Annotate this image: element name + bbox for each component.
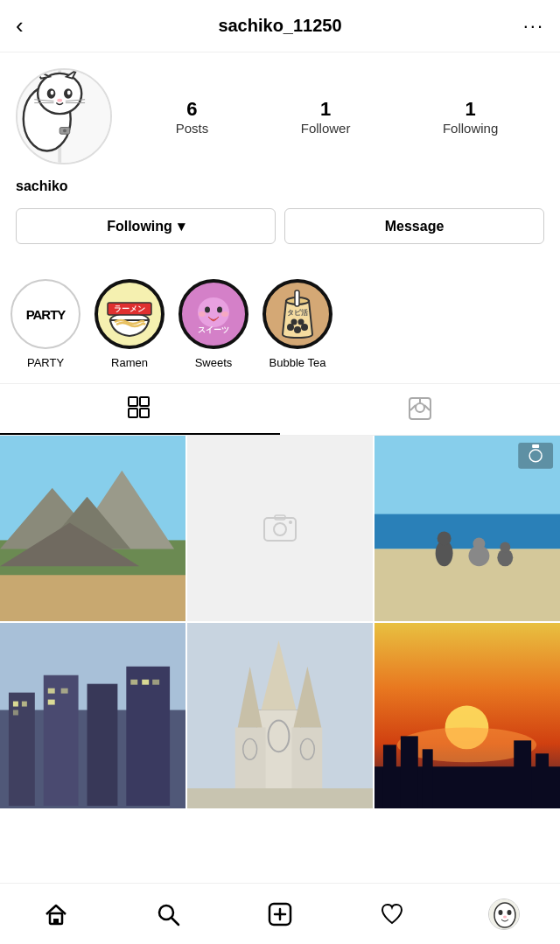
avatar[interactable] — [16, 68, 112, 164]
svg-rect-76 — [13, 710, 18, 716]
action-buttons: Following ▾ Message — [16, 208, 544, 244]
grid-cell-2[interactable] — [187, 436, 373, 621]
svg-point-33 — [294, 326, 301, 333]
photo-placeholder — [187, 436, 373, 621]
grid-cell-5[interactable] — [187, 623, 373, 808]
svg-text:スイーツ: スイーツ — [198, 325, 229, 334]
back-button[interactable]: ‹ — [16, 12, 44, 39]
svg-point-3 — [38, 73, 81, 114]
profile-top: 6 Posts 1 Follower 1 Following — [16, 68, 544, 164]
grid-cell-3[interactable] — [374, 436, 560, 621]
svg-rect-77 — [48, 689, 55, 694]
svg-point-10 — [57, 99, 62, 102]
tagged-icon — [408, 396, 432, 421]
highlight-party[interactable]: PARTY PARTY — [10, 279, 80, 369]
stats-row: 6 Posts 1 Follower 1 Following — [130, 98, 544, 136]
bottom-nav — [0, 883, 560, 944]
svg-point-16 — [63, 129, 66, 132]
svg-point-35 — [291, 319, 298, 325]
nav-profile-avatar — [488, 899, 520, 930]
highlight-label-bubble: Bubble Tea — [270, 356, 326, 369]
svg-point-55 — [289, 521, 292, 524]
svg-rect-103 — [536, 753, 549, 808]
camera-placeholder-icon — [262, 511, 298, 546]
highlight-text-party: PARTY — [26, 307, 66, 322]
svg-point-115 — [503, 915, 507, 918]
svg-rect-74 — [13, 702, 18, 707]
svg-point-62 — [472, 537, 485, 549]
svg-rect-101 — [423, 749, 433, 808]
posts-label: Posts — [176, 121, 209, 136]
nav-profile[interactable] — [482, 892, 526, 936]
svg-rect-73 — [126, 667, 170, 806]
highlight-label-ramen: Ramen — [111, 356, 148, 369]
following-count: 1 — [465, 98, 475, 121]
svg-rect-94 — [187, 788, 373, 808]
avatar-image — [18, 70, 110, 163]
nav-heart[interactable] — [370, 892, 414, 936]
svg-rect-58 — [374, 549, 560, 621]
mountain-image — [0, 436, 186, 621]
tabs-section — [0, 384, 560, 436]
grid-cell-4[interactable] — [0, 623, 186, 808]
svg-point-24 — [205, 307, 210, 313]
svg-rect-70 — [9, 693, 35, 806]
highlight-bubble-tea[interactable]: タピ活 Bubble Tea — [262, 279, 332, 369]
profile-username: sachiko_11250 — [44, 16, 516, 36]
posts-count: 6 — [186, 98, 197, 121]
highlights-section: PARTY PARTY ラーメン Ramen — [0, 270, 560, 384]
following-button[interactable]: Following ▾ — [16, 208, 276, 244]
svg-rect-75 — [22, 702, 27, 707]
nav-add[interactable] — [258, 892, 302, 936]
svg-point-8 — [51, 91, 54, 95]
svg-rect-72 — [88, 684, 118, 806]
posts-stat[interactable]: 6 Posts — [176, 98, 209, 136]
cathedral-image — [187, 623, 373, 808]
header: ‹ sachiko_11250 ··· — [0, 0, 560, 52]
highlight-sweets[interactable]: スイーツ Sweets — [178, 279, 248, 369]
svg-rect-38 — [129, 397, 137, 406]
svg-point-36 — [298, 319, 304, 325]
followers-stat[interactable]: 1 Follower — [301, 98, 351, 136]
more-button[interactable]: ··· — [516, 15, 544, 38]
highlight-circle-bubble: タピ活 — [262, 279, 332, 349]
svg-rect-99 — [383, 745, 396, 808]
beach-image — [374, 436, 560, 621]
svg-point-43 — [416, 403, 424, 412]
followers-label: Follower — [301, 121, 351, 136]
svg-line-107 — [172, 918, 178, 925]
grid-cell-6[interactable] — [374, 623, 560, 808]
bubble-tea-icon: タピ活 — [267, 283, 328, 345]
ramen-icon: ラーメン — [99, 283, 160, 345]
svg-rect-100 — [401, 736, 418, 808]
message-button[interactable]: Message — [284, 208, 544, 244]
nav-home[interactable] — [34, 892, 78, 936]
svg-rect-78 — [61, 689, 68, 694]
tab-tagged[interactable] — [280, 384, 560, 435]
following-stat[interactable]: 1 Following — [443, 98, 498, 136]
nav-search[interactable] — [146, 892, 190, 936]
svg-point-27 — [221, 311, 228, 317]
sweets-icon: スイーツ — [183, 283, 244, 345]
sunset-image — [374, 623, 560, 808]
svg-rect-71 — [44, 675, 79, 806]
svg-rect-79 — [48, 700, 55, 705]
svg-point-112 — [494, 903, 515, 927]
display-name: sachiko — [16, 178, 544, 194]
svg-text:ラーメン: ラーメン — [114, 304, 145, 313]
svg-rect-105 — [53, 919, 59, 924]
chevron-down-icon: ▾ — [178, 218, 185, 234]
highlight-label-sweets: Sweets — [195, 356, 233, 369]
svg-rect-31 — [295, 290, 299, 306]
highlight-ramen[interactable]: ラーメン Ramen — [94, 279, 164, 369]
svg-rect-51 — [0, 575, 186, 621]
highlight-circle-party: PARTY — [10, 279, 80, 349]
photo-grid — [0, 436, 560, 808]
svg-point-25 — [217, 307, 222, 313]
grid-cell-1[interactable] — [0, 436, 186, 621]
profile-section: 6 Posts 1 Follower 1 Following sachiko F… — [0, 52, 560, 270]
tab-grid[interactable] — [0, 384, 280, 435]
following-label: Following — [107, 219, 172, 234]
svg-rect-82 — [152, 680, 159, 685]
svg-point-60 — [438, 531, 452, 545]
